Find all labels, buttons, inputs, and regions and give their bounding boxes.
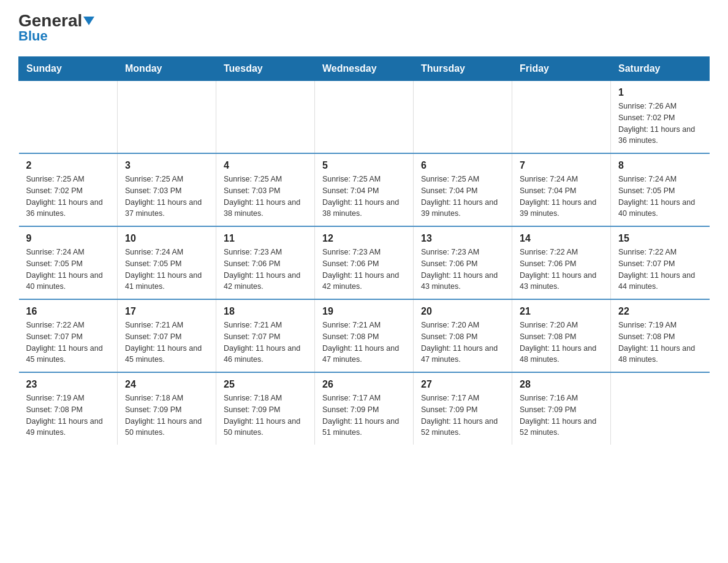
calendar-cell: 13Sunrise: 7:23 AMSunset: 7:06 PMDayligh… [414, 226, 512, 299]
calendar-week-row: 9Sunrise: 7:24 AMSunset: 7:05 PMDaylight… [19, 226, 710, 299]
day-info: Sunrise: 7:24 AMSunset: 7:05 PMDaylight:… [26, 247, 110, 293]
calendar-cell: 5Sunrise: 7:25 AMSunset: 7:04 PMDaylight… [315, 153, 414, 226]
day-number: 10 [125, 233, 208, 244]
calendar-cell: 18Sunrise: 7:21 AMSunset: 7:07 PMDayligh… [216, 299, 315, 372]
day-number: 21 [520, 306, 603, 317]
day-info: Sunrise: 7:26 AMSunset: 7:02 PMDaylight:… [618, 101, 702, 147]
calendar-header-row: SundayMondayTuesdayWednesdayThursdayFrid… [19, 57, 710, 81]
calendar-cell: 14Sunrise: 7:22 AMSunset: 7:06 PMDayligh… [512, 226, 611, 299]
day-number: 26 [322, 379, 406, 390]
calendar-cell [118, 81, 216, 154]
day-number: 11 [224, 233, 307, 244]
calendar-week-row: 1Sunrise: 7:26 AMSunset: 7:02 PMDaylight… [19, 81, 710, 154]
calendar-cell [512, 81, 611, 154]
day-number: 27 [421, 379, 504, 390]
calendar-cell: 28Sunrise: 7:16 AMSunset: 7:09 PMDayligh… [512, 372, 611, 445]
day-number: 28 [520, 379, 603, 390]
day-header-thursday: Thursday [414, 57, 512, 81]
day-info: Sunrise: 7:20 AMSunset: 7:08 PMDaylight:… [520, 320, 603, 366]
day-info: Sunrise: 7:21 AMSunset: 7:07 PMDaylight:… [125, 320, 208, 366]
calendar-cell: 20Sunrise: 7:20 AMSunset: 7:08 PMDayligh… [414, 299, 512, 372]
day-info: Sunrise: 7:23 AMSunset: 7:06 PMDaylight:… [421, 247, 504, 293]
day-number: 14 [520, 233, 603, 244]
day-info: Sunrise: 7:24 AMSunset: 7:04 PMDaylight:… [520, 174, 603, 220]
calendar-cell: 24Sunrise: 7:18 AMSunset: 7:09 PMDayligh… [118, 372, 216, 445]
calendar-cell: 9Sunrise: 7:24 AMSunset: 7:05 PMDaylight… [19, 226, 118, 299]
calendar-cell [19, 81, 118, 154]
day-number: 18 [224, 306, 307, 317]
day-info: Sunrise: 7:22 AMSunset: 7:07 PMDaylight:… [26, 320, 110, 366]
day-number: 20 [421, 306, 504, 317]
calendar-week-row: 2Sunrise: 7:25 AMSunset: 7:02 PMDaylight… [19, 153, 710, 226]
day-info: Sunrise: 7:19 AMSunset: 7:08 PMDaylight:… [618, 320, 702, 366]
day-info: Sunrise: 7:17 AMSunset: 7:09 PMDaylight:… [322, 393, 406, 439]
logo-blue-text: Blue [18, 28, 48, 44]
logo: General Blue [18, 12, 94, 44]
calendar-cell: 23Sunrise: 7:19 AMSunset: 7:08 PMDayligh… [19, 372, 118, 445]
day-info: Sunrise: 7:21 AMSunset: 7:08 PMDaylight:… [322, 320, 406, 366]
calendar-cell: 1Sunrise: 7:26 AMSunset: 7:02 PMDaylight… [611, 81, 710, 154]
day-header-saturday: Saturday [611, 57, 710, 81]
day-number: 13 [421, 233, 504, 244]
day-info: Sunrise: 7:25 AMSunset: 7:04 PMDaylight:… [322, 174, 406, 220]
day-number: 2 [26, 160, 110, 171]
day-info: Sunrise: 7:25 AMSunset: 7:03 PMDaylight:… [224, 174, 307, 220]
day-number: 12 [322, 233, 406, 244]
day-number: 19 [322, 306, 406, 317]
calendar-cell [611, 372, 710, 445]
calendar-cell [315, 81, 414, 154]
day-info: Sunrise: 7:22 AMSunset: 7:07 PMDaylight:… [618, 247, 702, 293]
calendar-cell: 15Sunrise: 7:22 AMSunset: 7:07 PMDayligh… [611, 226, 710, 299]
day-info: Sunrise: 7:22 AMSunset: 7:06 PMDaylight:… [520, 247, 603, 293]
day-number: 3 [125, 160, 208, 171]
day-info: Sunrise: 7:25 AMSunset: 7:02 PMDaylight:… [26, 174, 110, 220]
calendar-cell: 17Sunrise: 7:21 AMSunset: 7:07 PMDayligh… [118, 299, 216, 372]
day-info: Sunrise: 7:23 AMSunset: 7:06 PMDaylight:… [224, 247, 307, 293]
day-number: 23 [26, 379, 110, 390]
day-header-monday: Monday [118, 57, 216, 81]
day-number: 25 [224, 379, 307, 390]
day-number: 6 [421, 160, 504, 171]
logo-general-text: General [18, 12, 94, 29]
day-header-tuesday: Tuesday [216, 57, 315, 81]
day-number: 1 [618, 87, 702, 98]
calendar-cell: 3Sunrise: 7:25 AMSunset: 7:03 PMDaylight… [118, 153, 216, 226]
day-info: Sunrise: 7:25 AMSunset: 7:04 PMDaylight:… [421, 174, 504, 220]
calendar-week-row: 16Sunrise: 7:22 AMSunset: 7:07 PMDayligh… [19, 299, 710, 372]
day-info: Sunrise: 7:18 AMSunset: 7:09 PMDaylight:… [125, 393, 208, 439]
day-info: Sunrise: 7:17 AMSunset: 7:09 PMDaylight:… [421, 393, 504, 439]
day-number: 22 [618, 306, 702, 317]
calendar-week-row: 23Sunrise: 7:19 AMSunset: 7:08 PMDayligh… [19, 372, 710, 445]
day-info: Sunrise: 7:25 AMSunset: 7:03 PMDaylight:… [125, 174, 208, 220]
day-number: 9 [26, 233, 110, 244]
calendar-cell: 16Sunrise: 7:22 AMSunset: 7:07 PMDayligh… [19, 299, 118, 372]
day-number: 7 [520, 160, 603, 171]
calendar-cell: 10Sunrise: 7:24 AMSunset: 7:05 PMDayligh… [118, 226, 216, 299]
day-number: 16 [26, 306, 110, 317]
day-info: Sunrise: 7:21 AMSunset: 7:07 PMDaylight:… [224, 320, 307, 366]
day-info: Sunrise: 7:20 AMSunset: 7:08 PMDaylight:… [421, 320, 504, 366]
day-number: 15 [618, 233, 702, 244]
day-header-friday: Friday [512, 57, 611, 81]
logo-triangle-icon [83, 17, 94, 25]
day-info: Sunrise: 7:24 AMSunset: 7:05 PMDaylight:… [125, 247, 208, 293]
calendar-cell [414, 81, 512, 154]
day-number: 17 [125, 306, 208, 317]
page-header: General Blue [18, 12, 710, 44]
calendar-cell: 8Sunrise: 7:24 AMSunset: 7:05 PMDaylight… [611, 153, 710, 226]
calendar-cell: 7Sunrise: 7:24 AMSunset: 7:04 PMDaylight… [512, 153, 611, 226]
calendar-cell: 11Sunrise: 7:23 AMSunset: 7:06 PMDayligh… [216, 226, 315, 299]
calendar-cell: 26Sunrise: 7:17 AMSunset: 7:09 PMDayligh… [315, 372, 414, 445]
calendar-cell: 12Sunrise: 7:23 AMSunset: 7:06 PMDayligh… [315, 226, 414, 299]
day-info: Sunrise: 7:16 AMSunset: 7:09 PMDaylight:… [520, 393, 603, 439]
day-info: Sunrise: 7:18 AMSunset: 7:09 PMDaylight:… [224, 393, 307, 439]
calendar-cell: 19Sunrise: 7:21 AMSunset: 7:08 PMDayligh… [315, 299, 414, 372]
day-header-wednesday: Wednesday [315, 57, 414, 81]
day-header-sunday: Sunday [19, 57, 118, 81]
calendar-cell: 27Sunrise: 7:17 AMSunset: 7:09 PMDayligh… [414, 372, 512, 445]
calendar-table: SundayMondayTuesdayWednesdayThursdayFrid… [18, 56, 710, 445]
calendar-cell: 4Sunrise: 7:25 AMSunset: 7:03 PMDaylight… [216, 153, 315, 226]
day-info: Sunrise: 7:19 AMSunset: 7:08 PMDaylight:… [26, 393, 110, 439]
day-info: Sunrise: 7:24 AMSunset: 7:05 PMDaylight:… [618, 174, 702, 220]
day-number: 5 [322, 160, 406, 171]
